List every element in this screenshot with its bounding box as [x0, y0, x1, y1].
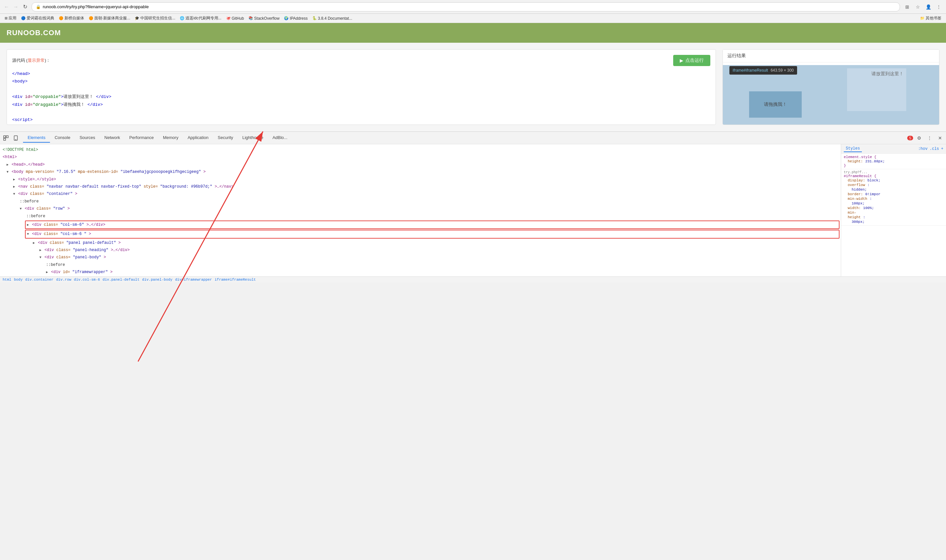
hov-button[interactable]: :hov	[918, 146, 928, 151]
minheight-prop[interactable]: min-	[848, 211, 856, 215]
forward-button[interactable]: →	[12, 3, 20, 11]
300px-val[interactable]: 300px;	[852, 220, 865, 224]
overflow-prop[interactable]: overflow	[848, 183, 865, 187]
more-tools-button[interactable]: ⋮	[925, 134, 934, 143]
bookmark-stackoverflow[interactable]: 📚 StackOverflow	[246, 15, 281, 22]
head-expand-arrow[interactable]: ▶	[6, 163, 9, 167]
iframewrapper-tag-close: >	[110, 270, 112, 274]
show-abnormal-link[interactable]: 显示异常	[28, 58, 45, 63]
bookmark-github[interactable]: 🐙 GitHub	[224, 15, 246, 22]
style-expand-arrow[interactable]: ▶	[13, 178, 15, 182]
dom-line-style[interactable]: ▶ <style>…</style>	[0, 176, 841, 183]
width-val[interactable]: 100%;	[863, 206, 874, 210]
bookmark-apps[interactable]: ⊞ 应用	[3, 15, 18, 22]
bookmark-mianchao[interactable]: 🟠 面朝·新媒体商业服...	[87, 15, 132, 22]
profile-button[interactable]: 👤	[924, 2, 933, 11]
dom-line-panel-body[interactable]: ▼ <div class= "panel-body" >	[0, 254, 841, 261]
dom-line-col1[interactable]: ▶ <div class= "col-sm-6" >…</div>	[26, 221, 839, 228]
breadcrumb-iframeresult[interactable]: iframe#iframeResult	[215, 278, 256, 282]
dom-line-head[interactable]: ▶ <head>…</head>	[0, 161, 841, 168]
container-expand-arrow[interactable]: ▼	[13, 192, 15, 196]
dom-line-before3[interactable]: ::before	[0, 261, 841, 269]
tab-lighthouse[interactable]: Lighthouse	[238, 133, 268, 143]
col1-expand-arrow[interactable]: ▶	[27, 223, 29, 227]
dom-panel[interactable]: <!DOCTYPE html> <html> ▶ <head>…</head> …	[0, 144, 841, 276]
dom-line-before1[interactable]: ::before	[0, 198, 841, 205]
width-prop[interactable]: width:	[848, 206, 861, 210]
display-val[interactable]: block;	[868, 178, 881, 182]
row-expand-arrow[interactable]: ▼	[20, 207, 22, 211]
bookmark-xinbang[interactable]: 🟠 新榜自媒体	[57, 15, 86, 22]
tab-network[interactable]: Network	[100, 133, 125, 143]
height-val[interactable]: 231.88px;	[865, 159, 884, 163]
styles-tab[interactable]: Styles	[844, 146, 862, 152]
star-button[interactable]: ☆	[913, 2, 922, 11]
breadcrumb-body[interactable]: body	[14, 278, 22, 282]
border-val[interactable]: 0!impor	[865, 192, 880, 196]
address-bar[interactable]: 🔒 runoob.com/try/try.php?filename=jquery…	[32, 2, 900, 11]
tab-sources[interactable]: Sources	[75, 133, 100, 143]
dom-line-iframewrapper[interactable]: ▶ <div id= "iframewrapper" >	[0, 269, 841, 276]
breadcrumb-html[interactable]: html	[3, 278, 11, 282]
device-toggle-button[interactable]	[11, 134, 20, 143]
display-prop[interactable]: display:	[848, 178, 865, 182]
panel-expand-arrow[interactable]: ▶	[33, 241, 35, 245]
tab-memory[interactable]: Memory	[158, 133, 183, 143]
iframewrapper-expand[interactable]: ▶	[46, 271, 48, 274]
minheight2-prop[interactable]: height	[848, 215, 861, 219]
bookmark-ipaddress[interactable]: 🌍 IPAddress	[282, 15, 309, 22]
dom-line-col2[interactable]: ▼ <div class= "col-sm-6 " >	[26, 230, 839, 238]
bookmark-idc[interactable]: 🌐 逍遥idc代刷网专用...	[178, 15, 223, 22]
minwidth-prop[interactable]: min-width	[848, 197, 867, 201]
bookmark-docs[interactable]: 🐍 3.8.4 Documentat...	[310, 15, 354, 22]
settings-button[interactable]: ⚙	[914, 134, 924, 143]
col-sm-6-boxed-second[interactable]: ▼ <div class= "col-sm-6 " >	[25, 230, 840, 238]
inspect-element-button[interactable]	[1, 134, 11, 143]
ip-icon: 🌍	[284, 16, 289, 20]
tab-application[interactable]: Application	[183, 133, 213, 143]
dom-line-panel-heading[interactable]: ▶ <div class= "panel-heading" >…</div>	[0, 246, 841, 254]
dom-line-before2[interactable]: ::before	[0, 212, 841, 220]
bookmark-grad[interactable]: 🎓 中国研究生招生信...	[133, 15, 177, 22]
tab-adblock[interactable]: AdBlo...	[268, 133, 292, 143]
run-button[interactable]: ▶ 点击运行	[673, 55, 710, 66]
close-devtools-button[interactable]: ✕	[935, 134, 945, 143]
cls-button[interactable]: .cls	[929, 146, 939, 151]
dom-line-html[interactable]: <html>	[0, 154, 841, 161]
breadcrumb-panel-body[interactable]: div.panel-body	[142, 278, 172, 282]
border-prop[interactable]: border:	[848, 192, 863, 196]
col2-expand-arrow[interactable]: ▼	[27, 232, 29, 236]
panel-body-expand[interactable]: ▼	[40, 256, 42, 259]
tab-security[interactable]: Security	[213, 133, 238, 143]
height-prop[interactable]: height:	[848, 159, 863, 163]
code-line: <div id="draggable">请拖拽我！ </div>	[12, 101, 710, 108]
extensions-button[interactable]: ⊞	[903, 2, 912, 11]
dom-line-body[interactable]: ▼ <body mpa-version= "7.16.5" mpa-extens…	[0, 168, 841, 175]
plus-button[interactable]: +	[941, 146, 943, 151]
bookmark-other[interactable]: 📁 其他书签	[918, 15, 943, 22]
reload-button[interactable]: ↻	[21, 3, 29, 11]
100px-val[interactable]: 100px;	[852, 202, 865, 205]
back-button[interactable]: ←	[3, 3, 11, 11]
bookmark-aiciba[interactable]: 🔵 爱词霸在线词典	[19, 15, 56, 22]
col-sm-6-boxed-first[interactable]: ▶ <div class= "col-sm-6" >…</div>	[25, 220, 840, 229]
dom-line-doctype[interactable]: <!DOCTYPE html>	[0, 146, 841, 154]
tab-console[interactable]: Console	[50, 133, 75, 143]
panel-heading-expand[interactable]: ▶	[40, 248, 42, 252]
dom-line-nav[interactable]: ▶ <nav class= "navbar navbar-default nav…	[0, 183, 841, 190]
breadcrumb-container[interactable]: div.container	[25, 278, 54, 282]
hidden-val[interactable]: hidden;	[852, 188, 867, 192]
breadcrumb-col-sm-6[interactable]: div.col-sm-6	[74, 278, 100, 282]
dom-line-row[interactable]: ▼ <div class= "row" >	[0, 205, 841, 212]
tab-performance[interactable]: Performance	[125, 133, 158, 143]
draggable-box[interactable]: 请拖拽我！	[749, 91, 802, 118]
body-expand-arrow[interactable]: ▼	[6, 170, 9, 174]
dom-line-panel[interactable]: ▶ <div class= "panel panel-default" >	[0, 239, 841, 246]
menu-button[interactable]: ⋮	[934, 2, 943, 11]
tab-elements[interactable]: Elements	[23, 133, 50, 143]
breadcrumb-row[interactable]: div.row	[56, 278, 71, 282]
breadcrumb-panel-default[interactable]: div.panel-default	[103, 278, 139, 282]
dom-line-container[interactable]: ▼ <div class= "container" >	[0, 190, 841, 197]
breadcrumb-iframewrapper[interactable]: div#iframewrapper	[175, 278, 212, 282]
nav-expand-arrow[interactable]: ▶	[13, 185, 15, 189]
